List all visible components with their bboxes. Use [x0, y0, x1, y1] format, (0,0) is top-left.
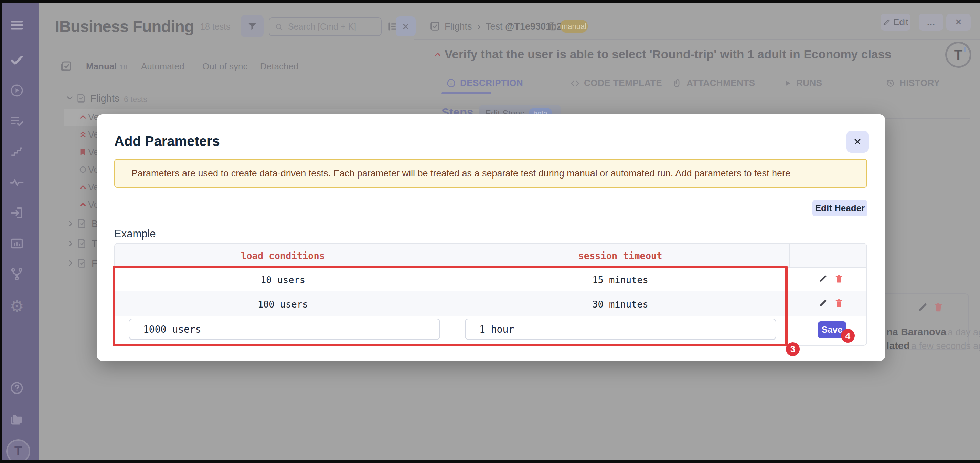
tab-manual-count: 18	[119, 63, 127, 71]
import-icon[interactable]	[9, 205, 24, 221]
tests-check-icon[interactable]	[9, 52, 24, 67]
circle-icon	[78, 165, 88, 174]
priority-chevron-up-icon	[78, 113, 88, 121]
search-icon	[275, 23, 283, 31]
info-banner: Parameters are used to create data-drive…	[114, 159, 867, 188]
priority-chevron-up-icon	[78, 200, 88, 209]
steps-stairs-icon[interactable]	[9, 144, 24, 159]
play-icon	[783, 79, 792, 88]
chevron-down-icon[interactable]	[65, 94, 74, 102]
status-badge: manual	[560, 20, 588, 33]
sidebar: ⚙ T	[0, 0, 39, 463]
breadcrumb-separator: ›	[474, 21, 483, 32]
annotation-step-4: 4	[841, 329, 855, 343]
help-icon[interactable]	[9, 380, 24, 396]
table-row: 10 users 15 minutes	[115, 267, 867, 291]
tab-out-of-sync[interactable]: Out of sync	[202, 61, 248, 72]
reports-chart-icon[interactable]	[9, 236, 24, 251]
bg-pencil-icon[interactable]	[917, 301, 928, 313]
breadcrumb-test: Test	[485, 21, 503, 32]
tab-description[interactable]: DESCRIPTION	[446, 78, 523, 88]
tab-manual[interactable]: Manual 18	[86, 61, 127, 72]
row-edit-icon[interactable]	[818, 274, 828, 283]
chevron-right-icon[interactable]	[66, 239, 75, 248]
breadcrumb: Flights › Test @T1e9301b2	[445, 21, 562, 32]
runs-play-icon[interactable]	[9, 83, 24, 98]
cell-timeout: 15 minutes	[452, 275, 789, 285]
history-icon	[886, 78, 895, 88]
info-icon	[446, 78, 456, 88]
menu-icon[interactable]	[9, 18, 24, 33]
row-edit-icon[interactable]	[818, 298, 828, 308]
tab-history[interactable]: HISTORY	[886, 78, 940, 88]
row-delete-icon[interactable]	[834, 298, 844, 308]
cell-load: 100 users	[115, 299, 451, 310]
breadcrumb-suite[interactable]: Flights	[445, 21, 472, 32]
cell-timeout: 30 minutes	[452, 299, 789, 310]
updated-time: a few seconds ago	[911, 341, 980, 351]
updated-line: lated a few seconds ago	[886, 340, 980, 352]
analytics-pulse-icon[interactable]	[9, 175, 24, 190]
branches-icon[interactable]	[9, 267, 24, 282]
projects-folders-icon[interactable]	[9, 412, 24, 427]
search-input[interactable]: Search [Cmd + K]	[269, 17, 382, 36]
tab-automated[interactable]: Automated	[141, 61, 185, 72]
modal-title: Add Parameters	[114, 134, 220, 149]
new-param-input-load[interactable]	[129, 318, 440, 340]
project-title: IBusiness Funding	[55, 17, 194, 36]
info-banner-text: Parameters are used to create data-drive…	[115, 168, 791, 179]
bg-divider	[885, 118, 970, 119]
testomat-badge-icon[interactable]: T	[945, 41, 971, 68]
bulk-select-icon[interactable]	[60, 60, 72, 72]
priority-chevron-up-icon	[78, 183, 88, 192]
filter-button[interactable]	[240, 15, 264, 37]
clear-search-button[interactable]	[396, 16, 416, 37]
app-logo-letter: T	[14, 444, 22, 458]
test-plans-icon[interactable]	[9, 113, 24, 129]
copy-icon[interactable]	[547, 21, 557, 32]
chevron-right-icon[interactable]	[66, 219, 75, 228]
suite-flights-label[interactable]: Flights	[90, 93, 119, 104]
window-top-edge	[0, 0, 980, 3]
author-line: na Baranova a day ago	[886, 326, 980, 338]
modal-close-button[interactable]	[846, 131, 869, 153]
row-delete-icon[interactable]	[834, 274, 844, 283]
close-panel-button[interactable]: ✕	[946, 14, 971, 30]
author-time: a day ago	[948, 327, 980, 337]
bg-trash-icon[interactable]	[933, 302, 943, 312]
column-header-load-conditions[interactable]: load conditions	[115, 250, 451, 261]
tab-attachments[interactable]: ATTACHMENTS	[673, 78, 755, 88]
test-title: Verify that the user is able to select '…	[445, 48, 840, 61]
tab-code-template[interactable]: CODE TEMPLATE	[570, 78, 662, 88]
column-header-session-timeout[interactable]: session timeout	[452, 250, 789, 261]
column-divider	[789, 243, 790, 267]
example-label: Example	[114, 228, 156, 240]
cell-load: 10 users	[115, 275, 451, 285]
collapse-caret-icon[interactable]	[434, 50, 442, 59]
edit-header-button[interactable]: Edit Header	[813, 200, 867, 216]
window-left-edge	[0, 0, 2, 463]
updated-label: lated	[886, 340, 910, 351]
app-window: ⚙ T IBusiness Funding 18 tests Search [C…	[0, 0, 980, 463]
header-divider	[414, 39, 980, 40]
parameters-table: load conditions session timeout 10 users…	[114, 243, 867, 346]
code-icon	[570, 78, 580, 88]
suite-doc-icon	[76, 257, 88, 269]
more-button[interactable]: …	[919, 14, 943, 30]
new-param-input-timeout[interactable]	[465, 318, 776, 340]
priority-chevrons-up-icon	[78, 130, 88, 139]
active-tab-underline	[441, 92, 492, 94]
chevron-right-icon[interactable]	[66, 259, 75, 267]
author-name: na Baranova	[886, 326, 946, 337]
bookmark-icon	[78, 147, 88, 157]
tab-runs[interactable]: RUNS	[783, 78, 822, 88]
edit-button[interactable]: Edit	[881, 14, 910, 30]
pencil-icon	[883, 19, 890, 26]
suite-doc-icon	[76, 92, 87, 104]
paperclip-icon	[673, 78, 682, 88]
tab-detached[interactable]: Detached	[260, 61, 298, 72]
suite-flights-count: 6 tests	[124, 95, 147, 104]
close-icon	[401, 22, 410, 31]
settings-gear-icon[interactable]: ⚙	[9, 299, 24, 314]
new-row: Save	[115, 316, 867, 346]
